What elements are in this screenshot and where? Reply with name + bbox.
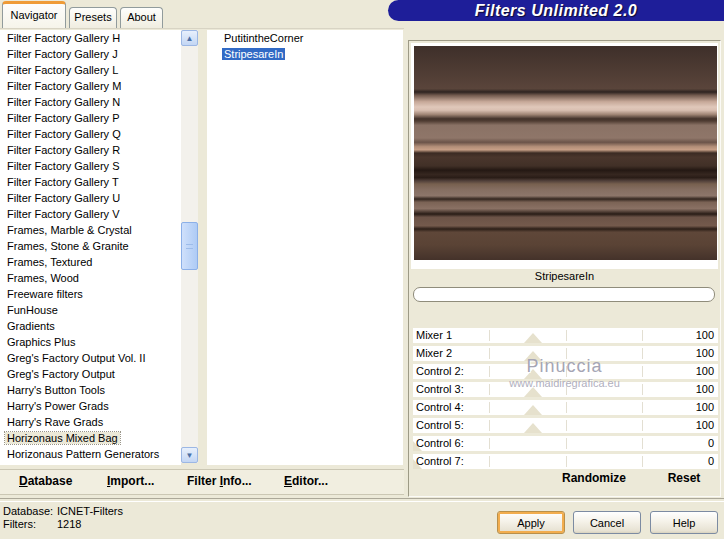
database-menu-button[interactable]: Database (19, 474, 72, 488)
slider-label: Control 7: (416, 454, 464, 469)
title-banner: Filters Unlimited 2.0 (388, 0, 724, 21)
slider-value: 100 (696, 328, 714, 343)
category-item[interactable]: Filter Factory Gallery Q (0, 126, 181, 142)
filter-item-selected[interactable]: StripesareIn (207, 46, 403, 62)
status-filters-label: Filters: (3, 518, 36, 530)
preview-filter-name: StripesareIn (409, 270, 720, 282)
slider-value: 100 (696, 418, 714, 433)
slider-tick (489, 438, 490, 449)
slider-tick (566, 438, 567, 449)
preview-image (414, 46, 717, 260)
category-item[interactable]: Greg's Factory Output (0, 366, 181, 382)
status-filters-value: 1218 (57, 518, 81, 530)
slider-value: 100 (696, 364, 714, 379)
slider-value: 100 (696, 382, 714, 397)
slider-label: Control 2: (416, 364, 464, 379)
category-item[interactable]: Frames, Stone & Granite (0, 238, 181, 254)
slider-row[interactable]: Control 7:0 (413, 454, 718, 469)
slider-row[interactable]: Control 4:100 (413, 400, 718, 415)
bottom-toolbar: Database Import... Filter Info... Editor… (0, 469, 404, 495)
editor-button[interactable]: Editor... (284, 474, 328, 488)
slider-value: 0 (708, 436, 714, 451)
slider-value: 0 (708, 454, 714, 469)
category-item[interactable]: Horizonaus Pattern Generators (0, 446, 181, 462)
slider-row[interactable]: Mixer 2100 (413, 346, 718, 361)
slider-row[interactable]: Control 2:100 (413, 364, 718, 379)
slider-tick (566, 384, 567, 395)
preview-frame (411, 43, 718, 269)
category-item[interactable]: Filter Factory Gallery N (0, 94, 181, 110)
slider-tick (642, 438, 643, 449)
filter-item[interactable]: PutitintheCorner (207, 30, 403, 46)
category-item[interactable]: Harry's Power Grads (0, 398, 181, 414)
category-item[interactable]: Frames, Marble & Crystal (0, 222, 181, 238)
category-item[interactable]: Graphics Plus (0, 334, 181, 350)
category-list: Filter Factory Gallery H Filter Factory … (0, 30, 181, 465)
slider-value: 100 (696, 346, 714, 361)
category-item[interactable]: Frames, Wood (0, 270, 181, 286)
slider-thumb-icon[interactable] (524, 423, 542, 433)
slider-tick (642, 384, 643, 395)
category-item[interactable]: Gradients (0, 318, 181, 334)
slider-tick (489, 402, 490, 413)
tab-divider (0, 28, 404, 29)
slider-tick (642, 348, 643, 359)
slider-row[interactable]: Control 3:100 (413, 382, 718, 397)
category-item[interactable]: Filter Factory Gallery T (0, 174, 181, 190)
progress-bar (413, 287, 715, 302)
scroll-down-icon[interactable]: ▼ (181, 447, 198, 463)
slider-row[interactable]: Control 6:0 (413, 436, 718, 451)
slider-row[interactable]: Control 5:100 (413, 418, 718, 433)
slider-label: Control 3: (416, 382, 464, 397)
category-item[interactable]: Filter Factory Gallery V (0, 206, 181, 222)
filters-unlimited-window: Navigator Presets About Filters Unlimite… (0, 0, 724, 539)
apply-button[interactable]: Apply (497, 511, 565, 534)
category-item[interactable]: Filter Factory Gallery S (0, 158, 181, 174)
slider-label: Control 6: (416, 436, 464, 451)
category-item-selected[interactable]: Horizonaus Mixed Bag (0, 430, 181, 446)
slider-tick (489, 330, 490, 341)
slider-thumb-icon[interactable] (524, 387, 542, 397)
slider-thumb-icon[interactable] (524, 351, 542, 361)
category-item[interactable]: Filter Factory Gallery H (0, 30, 181, 46)
category-item[interactable]: Harry's Rave Grads (0, 414, 181, 430)
tab-about[interactable]: About (120, 7, 163, 28)
category-item[interactable]: Frames, Textured (0, 254, 181, 270)
slider-thumb-icon[interactable] (524, 369, 542, 379)
category-item[interactable]: Filter Factory Gallery M (0, 78, 181, 94)
category-item[interactable]: Greg's Factory Output Vol. II (0, 350, 181, 366)
cancel-button[interactable]: Cancel (573, 511, 641, 534)
randomize-button[interactable]: Randomize (534, 471, 654, 485)
slider-tick (566, 366, 567, 377)
slider-label: Control 4: (416, 400, 464, 415)
preview-panel: StripesareIn Mixer 1100Mixer 2100Control… (408, 40, 721, 497)
category-item[interactable]: Filter Factory Gallery J (0, 46, 181, 62)
filter-info-button[interactable]: Filter Info... (187, 474, 252, 488)
category-item[interactable]: Filter Factory Gallery U (0, 190, 181, 206)
category-item[interactable]: Filter Factory Gallery L (0, 62, 181, 78)
import-button[interactable]: Import... (107, 474, 154, 488)
tab-navigator[interactable]: Navigator (2, 1, 66, 28)
help-button[interactable]: Help (650, 511, 718, 534)
slider-tick (566, 402, 567, 413)
slider-tick (566, 420, 567, 431)
status-divider (0, 498, 724, 502)
slider-thumb-icon[interactable] (524, 405, 542, 415)
slider-row[interactable]: Mixer 1100 (413, 328, 718, 343)
category-item[interactable]: Harry's Button Tools (0, 382, 181, 398)
category-item[interactable]: Filter Factory Gallery P (0, 110, 181, 126)
scroll-up-icon[interactable]: ▲ (181, 30, 198, 46)
scrollbar-thumb[interactable] (181, 222, 198, 270)
slider-tick (642, 366, 643, 377)
slider-tick (566, 348, 567, 359)
tab-presets[interactable]: Presets (69, 7, 117, 28)
reset-button[interactable]: Reset (654, 471, 714, 485)
status-database-value: ICNET-Filters (57, 505, 123, 517)
slider-tick (489, 366, 490, 377)
slider-value: 100 (696, 400, 714, 415)
category-item[interactable]: Filter Factory Gallery R (0, 142, 181, 158)
category-item[interactable]: FunHouse (0, 302, 181, 318)
slider-thumb-icon[interactable] (524, 333, 542, 343)
category-item[interactable]: Freeware filters (0, 286, 181, 302)
category-scrollbar[interactable]: ▲ ▼ (181, 30, 198, 463)
